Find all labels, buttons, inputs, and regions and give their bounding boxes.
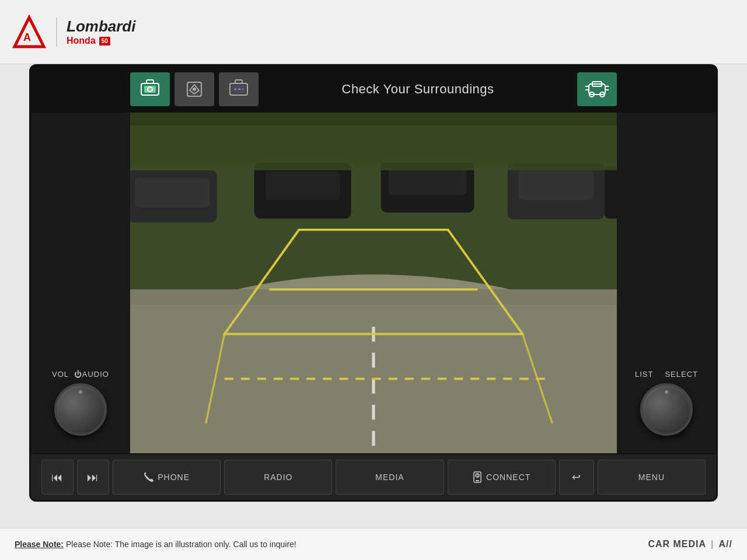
- media-btn[interactable]: MEDIA: [336, 460, 444, 495]
- rear-view-btn[interactable]: [130, 72, 170, 106]
- svg-rect-43: [476, 480, 479, 481]
- warning-btn[interactable]: [577, 72, 617, 106]
- top-view-btn[interactable]: [174, 72, 214, 106]
- check-surroundings-text: Check Your Surroundings: [263, 82, 573, 97]
- svg-rect-8: [135, 178, 210, 208]
- svg-rect-17: [130, 125, 617, 170]
- infotainment-unit: VOL ⏻AUDIO LIST SELECT: [29, 64, 718, 502]
- phone-btn[interactable]: PHONE: [113, 460, 221, 495]
- connect-btn[interactable]: CONNECT: [448, 460, 556, 495]
- svg-rect-32: [235, 80, 242, 83]
- vol-label: VOL ⏻AUDIO: [52, 370, 109, 379]
- right-labels: LIST SELECT: [635, 370, 698, 379]
- brand-name: Lombardi Honda 50: [67, 18, 135, 46]
- vehicle-warning-icon: [584, 78, 610, 100]
- next-track-btn[interactable]: ⏭: [77, 460, 109, 495]
- svg-text:A: A: [23, 32, 31, 43]
- radio-btn[interactable]: RADIO: [224, 460, 332, 495]
- prev-track-btn[interactable]: ⏮: [41, 460, 74, 495]
- back-btn[interactable]: ↩: [559, 460, 594, 495]
- logo-icon: A: [12, 15, 47, 50]
- left-panel: VOL ⏻AUDIO: [31, 66, 130, 453]
- connect-phone-icon: [472, 471, 483, 483]
- svg-rect-34: [589, 84, 605, 94]
- right-panel: LIST SELECT: [617, 66, 716, 453]
- svg-point-29: [193, 88, 196, 91]
- footer: Please Note: Please Note: The image is a…: [0, 528, 747, 560]
- svg-rect-14: [519, 170, 594, 200]
- footer-note: Please Note: Please Note: The image is a…: [15, 540, 296, 549]
- camera-display: [130, 66, 617, 453]
- front-view-btn[interactable]: [219, 72, 259, 106]
- screen-area: VOL ⏻AUDIO LIST SELECT: [31, 66, 716, 453]
- screen-controls: Check Your Surroundings: [31, 66, 716, 113]
- top-bar: A Lombardi Honda 50: [0, 0, 747, 64]
- phone-icon: [144, 472, 154, 482]
- svg-rect-15: [605, 166, 617, 218]
- logo-area: A Lombardi Honda 50: [12, 15, 135, 50]
- camera-scene-svg: [130, 66, 617, 453]
- top-view-icon: [183, 79, 206, 100]
- svg-rect-25: [146, 80, 153, 83]
- logo-divider: [56, 18, 57, 47]
- svg-rect-12: [389, 168, 467, 195]
- vol-knob[interactable]: [54, 383, 107, 436]
- front-camera-icon: [227, 79, 250, 100]
- footer-brand: CAR MEDIA | A//: [648, 539, 732, 550]
- back-icon: ↩: [572, 471, 581, 484]
- camera-feed: [130, 66, 617, 453]
- svg-rect-10: [266, 172, 340, 200]
- button-strip: ⏮ ⏭ PHONE RADIO MEDIA CONNECT ↩: [31, 453, 716, 500]
- rear-camera-icon: [138, 79, 162, 100]
- menu-btn[interactable]: MENU: [598, 460, 706, 495]
- select-knob[interactable]: [640, 383, 693, 436]
